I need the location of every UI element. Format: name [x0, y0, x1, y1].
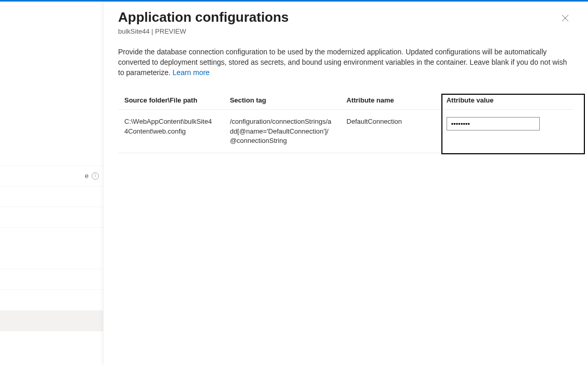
leftnav-item-label: e [85, 172, 89, 180]
leftnav-item[interactable] [0, 289, 103, 310]
leftnav-item[interactable] [0, 227, 103, 248]
leftnav-item[interactable] [0, 269, 103, 289]
cell-source: C:\WebAppContent\bulkSite44Content\web.c… [118, 110, 224, 153]
context-name: bulkSite44 [118, 27, 150, 35]
page-subtitle: bulkSite44 | PREVIEW [118, 27, 557, 35]
close-icon [562, 14, 569, 22]
table-row: C:\WebAppContent\bulkSite44Content\web.c… [118, 110, 573, 153]
leftnav-item[interactable] [0, 331, 103, 352]
col-header-source: Source folder\File path [118, 91, 224, 110]
table-header-row: Source folder\File path Section tag Attr… [118, 91, 573, 110]
cell-section: /configuration/connectionStrings/add[@na… [224, 110, 340, 153]
leftnav-item-fragment[interactable]: e i [0, 165, 103, 186]
info-icon: i [92, 172, 99, 180]
page-title: Application configurations [118, 9, 557, 26]
configurations-table: Source folder\File path Section tag Attr… [118, 91, 573, 153]
context-pane: Application configurations bulkSite44 | … [104, 2, 588, 365]
learn-more-link[interactable]: Learn more [173, 68, 210, 77]
leftnav-item[interactable] [0, 186, 103, 207]
left-nav: e i [0, 2, 104, 365]
attribute-value-input[interactable] [447, 117, 540, 130]
preview-badge: PREVIEW [155, 27, 186, 35]
leftnav-item-selected[interactable] [0, 310, 103, 331]
leftnav-item[interactable] [0, 207, 103, 227]
cell-attrname: DefaultConnection [340, 110, 440, 153]
close-button[interactable] [557, 10, 573, 26]
col-header-attrval: Attribute value [440, 91, 573, 110]
description: Provide the database connection configur… [118, 47, 573, 78]
col-header-section: Section tag [224, 91, 340, 110]
cell-attrval [440, 110, 573, 153]
col-header-attrname: Attribute name [340, 91, 440, 110]
